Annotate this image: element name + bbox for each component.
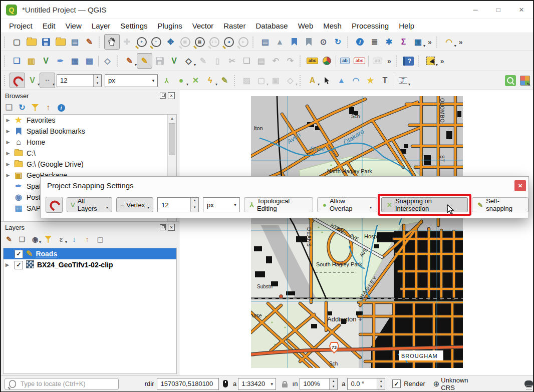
coordinate-input[interactable]: 1570370,5180100 [157,378,218,390]
paste-features-button[interactable]: ▤ [254,54,269,68]
symbology-button[interactable]: ✎ [82,35,97,49]
new-vector-layer-button[interactable]: V [39,54,53,68]
layer-checkbox[interactable]: ✓ [15,250,23,258]
scrollbar-thumb[interactable] [169,123,175,155]
self-snapping-button[interactable]: ✎ Self-snapping [472,197,528,212]
processing-toolbox-button[interactable]: ✱ [382,35,396,49]
menu-project[interactable]: Project [4,20,38,32]
avoid-overlap-button[interactable]: ●▾ [174,73,188,88]
menu-processing[interactable]: Processing [347,20,394,32]
highlight-pinned-labels-button[interactable]: abc [352,54,367,68]
circular-string-tool-button[interactable]: ◠▾ [442,35,456,49]
zoom-to-selection-button[interactable]: ▣ [178,35,192,49]
layer-item-bx24-geotifv1-02-clip[interactable]: ▶✓BX24_GeoTifv1-02-clip [4,259,176,270]
snapping-mode-dropdown[interactable]: V All Layers ▾ [67,197,112,212]
data-source-manager-button[interactable]: ❏ [10,54,24,68]
menu-view[interactable]: View [61,20,87,32]
menu-edit[interactable]: Edit [38,20,61,32]
extent-capture-icon[interactable] [223,380,228,387]
snapping-units-select[interactable]: px ▾ [203,197,240,212]
redo-button[interactable]: ↷ [283,54,298,68]
spinner-arrows[interactable]: ▲▼ [377,378,385,389]
zoom-last-button[interactable]: ◂ [221,35,236,49]
refresh-map-button[interactable]: ↻ [331,35,345,49]
lock-scale-icon[interactable] [282,383,287,387]
remove-layer-button[interactable]: ▢ [94,233,106,245]
new-raster-layer-button[interactable]: ▩ [82,54,97,68]
balloon-annotation-button[interactable]: T▾ [396,73,410,88]
new-project-button[interactable]: ▢ [10,35,24,49]
snapping-mode-button[interactable]: V▾ [25,73,40,88]
cut-features-button[interactable]: ✂ [225,54,239,68]
refresh-browser-button[interactable]: ↻ [16,102,28,114]
vertex-tool-button[interactable]: ◇▾ [181,54,196,68]
filter-expression-button[interactable]: ε▾ [55,233,67,245]
layer-styling-panel-button[interactable] [517,73,532,88]
project-properties-button[interactable]: ▤ [68,35,82,49]
rotation-input[interactable]: 0.0 °▲▼ [347,378,385,390]
minimize-button[interactable]: ─ [464,1,487,19]
layer-labeling-button[interactable]: abc [305,54,320,68]
snapping-type-button[interactable]: ∙∙▾ [40,73,55,88]
style-manager-button[interactable] [53,35,68,49]
expand-all-button[interactable]: ↓ [68,233,80,245]
zoom-out-button[interactable]: − [149,35,163,49]
create-annotation-button[interactable]: A▾ [305,73,320,88]
save-edits-button[interactable] [152,54,167,68]
menu-layer[interactable]: Layer [87,20,116,32]
snapping-on-intersection-button[interactable]: ✕ [188,73,203,88]
select-annotation-button[interactable] [320,73,334,88]
browser-properties-button[interactable]: i [55,102,67,114]
spinner-arrows[interactable]: ▲▼ [329,378,337,389]
help-button[interactable]: ? [401,54,416,68]
snapping-tolerance-input[interactable]: 12▲▼ [57,74,102,87]
enable-snapping-button[interactable] [10,73,25,88]
add-feature-button[interactable]: V [167,54,181,68]
toggle-editing-button[interactable]: ✎ [137,53,152,69]
copy-features-button[interactable]: ❏ [239,54,254,68]
new-3d-map-view-button[interactable]: ▲ [273,35,287,49]
show-statistics-button[interactable]: Σ [396,35,411,49]
text-annotation-button[interactable]: T [378,73,392,88]
polygon-annotation-button[interactable]: ▲ [334,73,349,88]
new-spatial-bookmark-button[interactable] [287,35,302,49]
locator-search[interactable] [5,378,119,390]
line-annotation-button[interactable]: ◠ [349,73,363,88]
browser-item-favorites[interactable]: ▶★Favorites [4,115,176,126]
self-snapping-button[interactable]: ✎ [217,73,232,88]
allow-overlap-button[interactable]: ● Allow Overlap ▾ [317,197,377,212]
snapping-on-intersection-button[interactable]: ✕ Snapping on Intersection [381,197,468,212]
browser-item-home[interactable]: ▶⌂Home [4,137,176,148]
browser-float-button[interactable] [160,93,166,99]
zoom-next-button[interactable]: ▸ [236,35,250,49]
menu-raster[interactable]: Raster [218,20,250,32]
maximize-button[interactable]: □ [487,1,510,19]
marker-annotation-button[interactable]: ★ [363,73,378,88]
layers-close-button[interactable]: ✕ [168,224,175,231]
browser-item-spatial-bookmarks[interactable]: ▶Spatial Bookmarks [4,126,176,137]
spinner-arrows[interactable]: ▲▼ [190,198,198,212]
show-spatial-bookmarks-button[interactable] [302,35,316,49]
render-checkbox[interactable]: ✓ [392,379,401,388]
pan-to-selection-button[interactable]: ✚ [120,35,134,49]
save-project-button[interactable] [39,35,53,49]
filter-browser-button[interactable] [29,102,41,114]
open-project-button[interactable] [24,35,39,49]
pan-map-button[interactable] [104,34,120,50]
crs-status[interactable]: Unknown CRS [441,376,481,391]
globe-icon[interactable]: ⊕ [433,379,440,388]
tracing-button[interactable]: ϟ▾ [203,73,217,88]
snapping-type-dropdown[interactable]: ∙∙ Vertex ▾ [116,197,153,212]
browser-item-g-google-drive[interactable]: ▶G:\ (Google Drive) [4,159,176,170]
filter-legend-button[interactable] [42,233,54,245]
open-layer-styling-button[interactable]: ✎ [3,233,15,245]
zoom-search-button[interactable] [503,73,517,88]
toolbar-overflow-button[interactable]: » [385,57,394,65]
menu-mesh[interactable]: Mesh [318,20,347,32]
layers-float-button[interactable] [160,224,166,230]
toolbar-overflow-button[interactable]: » [425,38,434,46]
menu-help[interactable]: Help [394,20,419,32]
new-map-view-button[interactable]: ▤ [258,35,273,49]
identify-features-button[interactable]: i [353,35,367,49]
collapse-all-layers-button[interactable]: ↑ [81,233,93,245]
